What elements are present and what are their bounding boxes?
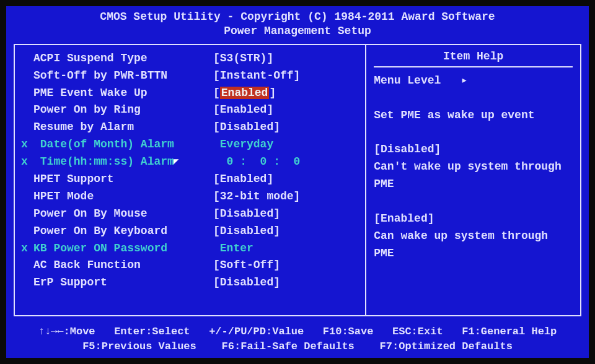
setting-label: ACPI Suspend Type bbox=[33, 52, 148, 64]
setting-pme-event[interactable]: PME Event Wake Up [Enabled] bbox=[21, 85, 359, 102]
setting-label: ErP Support bbox=[33, 276, 107, 288]
setting-label: PME Event Wake Up bbox=[33, 87, 148, 99]
setting-label: Power On by Ring bbox=[33, 103, 141, 116]
setting-label: AC Back Function bbox=[33, 259, 141, 271]
footer-keys-row2: F5:Previous Values F6:Fail-Safe Defaults… bbox=[6, 339, 589, 354]
setting-power-on-ring[interactable]: Power On by Ring [Enabled] bbox=[21, 102, 359, 119]
setting-value: [Enabled] bbox=[213, 85, 359, 102]
help-blank bbox=[374, 90, 573, 107]
selected-value: Enabled bbox=[220, 87, 270, 99]
help-panel: Item Help Menu Level ▸ Set PME as wake u… bbox=[365, 45, 580, 315]
setting-acpi-suspend[interactable]: ACPI Suspend Type [S3(STR)] bbox=[21, 50, 359, 67]
help-description: Set PME as wake up event bbox=[374, 107, 573, 124]
setting-value: [Disabled] bbox=[213, 274, 359, 292]
setting-kb-power-password: xKB Power ON Password Enter bbox=[21, 240, 359, 258]
setting-hpet-mode[interactable]: HPET Mode [32-bit mode] bbox=[21, 188, 359, 206]
header: CMOS Setup Utility - Copyright (C) 1984-… bbox=[6, 6, 589, 41]
setting-label: Resume by Alarm bbox=[33, 121, 134, 133]
setting-power-on-mouse[interactable]: Power On By Mouse [Disabled] bbox=[21, 206, 359, 223]
help-menu-level: Menu Level ▸ bbox=[374, 72, 573, 90]
setting-erp-support[interactable]: ErP Support [Disabled] bbox=[21, 274, 359, 292]
setting-value: [32-bit mode] bbox=[213, 188, 359, 206]
setting-resume-alarm[interactable]: Resume by Alarm [Disabled] bbox=[21, 119, 359, 136]
setting-hpet-support[interactable]: HPET Support [Enabled] bbox=[21, 171, 359, 188]
setting-value: Enter bbox=[213, 240, 359, 258]
setting-value: [Enabled] bbox=[213, 102, 359, 119]
setting-ac-back[interactable]: AC Back Function [Soft-Off] bbox=[21, 257, 359, 274]
help-option-enabled-desc: Can wake up system through PME bbox=[374, 228, 573, 262]
content-frame: ACPI Suspend Type [S3(STR)] Soft-Off by … bbox=[14, 44, 581, 316]
setting-time-alarm: x Time(hh:mm:ss) Alarm 0 : 0 : 0 bbox=[21, 154, 359, 171]
setting-label: Soft-Off by PWR-BTTN bbox=[33, 69, 167, 82]
setting-value: [Disabled] bbox=[213, 223, 359, 240]
help-blank bbox=[374, 193, 573, 210]
setting-label: Time(hh:mm:ss) Alarm bbox=[33, 155, 174, 168]
header-title: CMOS Setup Utility - Copyright (C) 1984-… bbox=[6, 10, 589, 24]
setting-value: Everyday bbox=[213, 136, 359, 154]
setting-value: [S3(STR)] bbox=[213, 50, 359, 67]
setting-power-on-keyboard[interactable]: Power On By Keyboard [Disabled] bbox=[21, 223, 359, 240]
footer-keys-row1: ↑↓→←:Move Enter:Select +/-/PU/PD:Value F… bbox=[6, 324, 589, 339]
bios-screen: CMOS Setup Utility - Copyright (C) 1984-… bbox=[6, 6, 589, 358]
setting-label: HPET Support bbox=[33, 173, 114, 185]
setting-label: Power On By Mouse bbox=[33, 207, 148, 220]
setting-value: [Disabled] bbox=[213, 119, 359, 136]
setting-value: [Disabled] bbox=[213, 206, 359, 223]
setting-label: HPET Mode bbox=[33, 190, 94, 202]
help-blank bbox=[374, 124, 573, 141]
setting-value: [Soft-Off] bbox=[213, 257, 359, 274]
setting-label: Date(of Month) Alarm bbox=[33, 138, 174, 150]
setting-label: KB Power ON Password bbox=[33, 242, 167, 254]
setting-value: [Enabled] bbox=[213, 171, 359, 188]
help-option-disabled-desc: Can't wake up system through PME bbox=[374, 158, 573, 193]
help-option-disabled: [Disabled] bbox=[374, 141, 573, 158]
setting-soft-off[interactable]: Soft-Off by PWR-BTTN [Instant-Off] bbox=[21, 67, 359, 85]
settings-panel: ACPI Suspend Type [S3(STR)] Soft-Off by … bbox=[15, 45, 365, 315]
help-title: Item Help bbox=[374, 50, 573, 67]
setting-value: [Instant-Off] bbox=[213, 67, 359, 85]
setting-label: Power On By Keyboard bbox=[33, 225, 167, 237]
footer: ↑↓→←:Move Enter:Select +/-/PU/PD:Value F… bbox=[6, 324, 589, 354]
setting-value: 0 : 0 : 0 bbox=[213, 154, 359, 171]
setting-date-alarm: x Date(of Month) Alarm Everyday bbox=[21, 136, 359, 154]
help-option-enabled: [Enabled] bbox=[374, 210, 573, 228]
header-subtitle: Power Management Setup bbox=[6, 24, 589, 38]
